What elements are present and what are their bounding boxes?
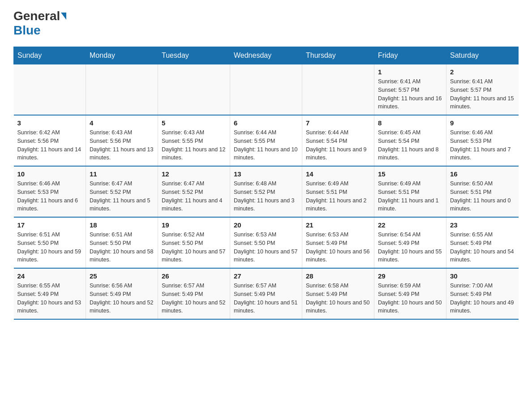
day-info: Sunrise: 6:44 AM Sunset: 5:55 PM Dayligh… bbox=[234, 128, 298, 162]
calendar-cell: 14Sunrise: 6:49 AM Sunset: 5:51 PM Dayli… bbox=[302, 166, 374, 217]
calendar-cell: 20Sunrise: 6:53 AM Sunset: 5:50 PM Dayli… bbox=[230, 217, 302, 268]
day-number: 24 bbox=[17, 272, 82, 280]
day-info: Sunrise: 6:47 AM Sunset: 5:52 PM Dayligh… bbox=[90, 180, 154, 213]
calendar-cell: 21Sunrise: 6:53 AM Sunset: 5:49 PM Dayli… bbox=[302, 217, 374, 268]
day-number: 10 bbox=[17, 170, 82, 178]
calendar-cell: 24Sunrise: 6:55 AM Sunset: 5:49 PM Dayli… bbox=[14, 268, 86, 319]
day-info: Sunrise: 6:58 AM Sunset: 5:49 PM Dayligh… bbox=[306, 282, 370, 315]
day-number: 23 bbox=[450, 221, 515, 229]
day-number: 30 bbox=[450, 272, 515, 280]
day-info: Sunrise: 6:54 AM Sunset: 5:49 PM Dayligh… bbox=[378, 231, 442, 264]
day-number: 16 bbox=[450, 170, 515, 178]
day-info: Sunrise: 6:50 AM Sunset: 5:51 PM Dayligh… bbox=[450, 180, 515, 213]
day-info: Sunrise: 6:53 AM Sunset: 5:50 PM Dayligh… bbox=[234, 231, 298, 264]
calendar-cell: 8Sunrise: 6:45 AM Sunset: 5:54 PM Daylig… bbox=[374, 115, 446, 166]
day-number: 27 bbox=[234, 272, 298, 280]
day-info: Sunrise: 6:46 AM Sunset: 5:53 PM Dayligh… bbox=[17, 180, 82, 213]
calendar-cell bbox=[230, 64, 302, 116]
calendar-cell: 18Sunrise: 6:51 AM Sunset: 5:50 PM Dayli… bbox=[86, 217, 158, 268]
calendar-week-row: 3Sunrise: 6:42 AM Sunset: 5:56 PM Daylig… bbox=[14, 115, 519, 166]
calendar-cell: 12Sunrise: 6:47 AM Sunset: 5:52 PM Dayli… bbox=[158, 166, 230, 217]
calendar-week-row: 17Sunrise: 6:51 AM Sunset: 5:50 PM Dayli… bbox=[14, 217, 519, 268]
header-sunday: Sunday bbox=[14, 47, 86, 64]
day-number: 4 bbox=[90, 119, 154, 127]
day-info: Sunrise: 7:00 AM Sunset: 5:49 PM Dayligh… bbox=[450, 282, 515, 315]
day-info: Sunrise: 6:52 AM Sunset: 5:50 PM Dayligh… bbox=[162, 231, 226, 264]
day-number: 22 bbox=[378, 221, 442, 229]
day-number: 11 bbox=[90, 170, 154, 178]
day-number: 13 bbox=[234, 170, 298, 178]
calendar-cell: 4Sunrise: 6:43 AM Sunset: 5:56 PM Daylig… bbox=[86, 115, 158, 166]
calendar-cell: 28Sunrise: 6:58 AM Sunset: 5:49 PM Dayli… bbox=[302, 268, 374, 319]
header-friday: Friday bbox=[374, 47, 446, 64]
calendar-cell: 22Sunrise: 6:54 AM Sunset: 5:49 PM Dayli… bbox=[374, 217, 446, 268]
day-info: Sunrise: 6:46 AM Sunset: 5:53 PM Dayligh… bbox=[450, 128, 515, 162]
header-wednesday: Wednesday bbox=[230, 47, 302, 64]
calendar-week-row: 1Sunrise: 6:41 AM Sunset: 5:57 PM Daylig… bbox=[14, 64, 519, 116]
day-info: Sunrise: 6:59 AM Sunset: 5:49 PM Dayligh… bbox=[378, 282, 442, 315]
calendar-cell: 9Sunrise: 6:46 AM Sunset: 5:53 PM Daylig… bbox=[446, 115, 519, 166]
day-info: Sunrise: 6:49 AM Sunset: 5:51 PM Dayligh… bbox=[306, 180, 370, 213]
calendar-cell: 25Sunrise: 6:56 AM Sunset: 5:49 PM Dayli… bbox=[86, 268, 158, 319]
day-number: 18 bbox=[90, 221, 154, 229]
day-number: 3 bbox=[17, 119, 82, 127]
day-info: Sunrise: 6:49 AM Sunset: 5:51 PM Dayligh… bbox=[378, 180, 442, 213]
day-number: 1 bbox=[378, 68, 442, 76]
calendar-table: SundayMondayTuesdayWednesdayThursdayFrid… bbox=[13, 47, 519, 320]
day-info: Sunrise: 6:55 AM Sunset: 5:49 PM Dayligh… bbox=[17, 282, 82, 315]
calendar-cell: 2Sunrise: 6:41 AM Sunset: 5:57 PM Daylig… bbox=[446, 64, 519, 116]
day-number: 25 bbox=[90, 272, 154, 280]
day-info: Sunrise: 6:51 AM Sunset: 5:50 PM Dayligh… bbox=[90, 231, 154, 264]
day-info: Sunrise: 6:53 AM Sunset: 5:49 PM Dayligh… bbox=[306, 231, 370, 264]
day-number: 28 bbox=[306, 272, 370, 280]
calendar-cell bbox=[158, 64, 230, 116]
calendar-cell: 29Sunrise: 6:59 AM Sunset: 5:49 PM Dayli… bbox=[374, 268, 446, 319]
day-number: 19 bbox=[162, 221, 226, 229]
header-saturday: Saturday bbox=[446, 47, 519, 64]
day-number: 21 bbox=[306, 221, 370, 229]
calendar-week-row: 24Sunrise: 6:55 AM Sunset: 5:49 PM Dayli… bbox=[14, 268, 519, 319]
calendar-header-row: SundayMondayTuesdayWednesdayThursdayFrid… bbox=[14, 47, 519, 64]
calendar-cell bbox=[86, 64, 158, 116]
calendar-cell: 15Sunrise: 6:49 AM Sunset: 5:51 PM Dayli… bbox=[374, 166, 446, 217]
day-number: 29 bbox=[378, 272, 442, 280]
calendar-week-row: 10Sunrise: 6:46 AM Sunset: 5:53 PM Dayli… bbox=[14, 166, 519, 217]
day-info: Sunrise: 6:43 AM Sunset: 5:55 PM Dayligh… bbox=[162, 128, 226, 162]
day-info: Sunrise: 6:55 AM Sunset: 5:49 PM Dayligh… bbox=[450, 231, 515, 264]
day-number: 26 bbox=[162, 272, 226, 280]
calendar-cell: 30Sunrise: 7:00 AM Sunset: 5:49 PM Dayli… bbox=[446, 268, 519, 319]
day-info: Sunrise: 6:57 AM Sunset: 5:49 PM Dayligh… bbox=[234, 282, 298, 315]
calendar-cell: 17Sunrise: 6:51 AM Sunset: 5:50 PM Dayli… bbox=[14, 217, 86, 268]
calendar-cell: 23Sunrise: 6:55 AM Sunset: 5:49 PM Dayli… bbox=[446, 217, 519, 268]
day-number: 7 bbox=[306, 119, 370, 127]
calendar-cell: 7Sunrise: 6:44 AM Sunset: 5:54 PM Daylig… bbox=[302, 115, 374, 166]
logo-text-general: General bbox=[13, 9, 60, 23]
calendar-cell: 10Sunrise: 6:46 AM Sunset: 5:53 PM Dayli… bbox=[14, 166, 86, 217]
day-info: Sunrise: 6:44 AM Sunset: 5:54 PM Dayligh… bbox=[306, 128, 370, 162]
day-info: Sunrise: 6:41 AM Sunset: 5:57 PM Dayligh… bbox=[378, 77, 442, 111]
calendar-cell: 1Sunrise: 6:41 AM Sunset: 5:57 PM Daylig… bbox=[374, 64, 446, 116]
calendar-cell: 27Sunrise: 6:57 AM Sunset: 5:49 PM Dayli… bbox=[230, 268, 302, 319]
logo: General Blue bbox=[13, 9, 66, 38]
logo-text-blue: Blue bbox=[13, 23, 41, 38]
calendar-cell: 19Sunrise: 6:52 AM Sunset: 5:50 PM Dayli… bbox=[158, 217, 230, 268]
day-number: 9 bbox=[450, 119, 515, 127]
header-tuesday: Tuesday bbox=[158, 47, 230, 64]
day-number: 15 bbox=[378, 170, 442, 178]
day-number: 8 bbox=[378, 119, 442, 127]
day-number: 2 bbox=[450, 68, 515, 76]
day-info: Sunrise: 6:43 AM Sunset: 5:56 PM Dayligh… bbox=[90, 128, 154, 162]
calendar-cell: 13Sunrise: 6:48 AM Sunset: 5:52 PM Dayli… bbox=[230, 166, 302, 217]
day-number: 14 bbox=[306, 170, 370, 178]
calendar-cell: 3Sunrise: 6:42 AM Sunset: 5:56 PM Daylig… bbox=[14, 115, 86, 166]
calendar-cell bbox=[302, 64, 374, 116]
header-thursday: Thursday bbox=[302, 47, 374, 64]
logo-arrow-icon bbox=[61, 13, 66, 20]
calendar-cell: 11Sunrise: 6:47 AM Sunset: 5:52 PM Dayli… bbox=[86, 166, 158, 217]
calendar-cell: 16Sunrise: 6:50 AM Sunset: 5:51 PM Dayli… bbox=[446, 166, 519, 217]
day-info: Sunrise: 6:42 AM Sunset: 5:56 PM Dayligh… bbox=[17, 128, 82, 162]
day-info: Sunrise: 6:41 AM Sunset: 5:57 PM Dayligh… bbox=[450, 77, 515, 111]
day-info: Sunrise: 6:57 AM Sunset: 5:49 PM Dayligh… bbox=[162, 282, 226, 315]
day-number: 6 bbox=[234, 119, 298, 127]
calendar-cell: 5Sunrise: 6:43 AM Sunset: 5:55 PM Daylig… bbox=[158, 115, 230, 166]
